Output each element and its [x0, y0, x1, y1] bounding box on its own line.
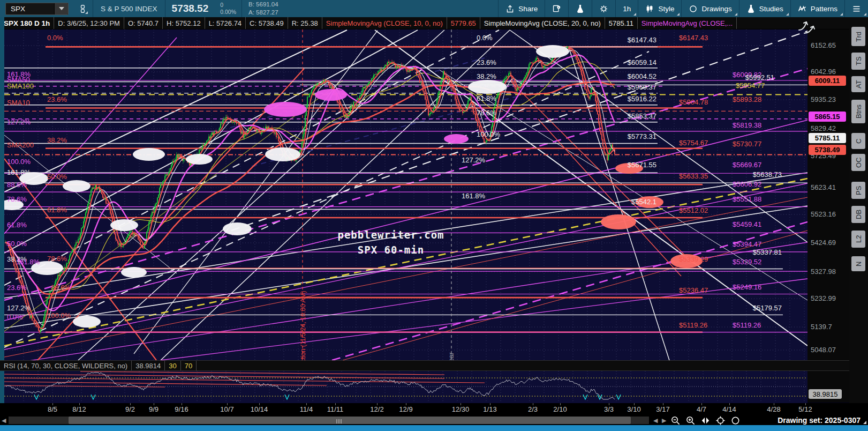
pan-left-icon[interactable]: ◀ [653, 417, 658, 424]
main-chart-pane[interactable] [4, 29, 807, 360]
date-label: 12/30 [452, 405, 470, 413]
studies-button[interactable]: Studies [739, 0, 790, 17]
date-label: 11/11 [327, 405, 344, 413]
fit-width-icon[interactable] [700, 415, 711, 426]
ohlc-high: H: 5752.12 [163, 17, 205, 29]
date-axis[interactable]: 8/58/129/29/99/1610/710/1411/411/1112/21… [0, 403, 868, 415]
sidebar-tab-at[interactable]: AT [851, 76, 865, 92]
sidebar-tab-oc[interactable]: OC [851, 154, 865, 171]
rsi-study-label[interactable]: RSI (14, 70, 30, CLOSE, WILDERS, no) [0, 361, 132, 370]
price-tick: 5623.41 [811, 183, 836, 191]
scrollbar-grip [336, 419, 337, 423]
scrollbar-thumb[interactable] [69, 417, 631, 424]
sidebar-tab-l2[interactable]: L2 [851, 231, 865, 248]
sidebar-tab-btns[interactable]: Btns [851, 100, 865, 123]
circle-icon[interactable] [730, 415, 741, 426]
date-label: 4/7 [697, 405, 706, 413]
drawings-button[interactable]: Drawings [682, 0, 738, 17]
pan-right-icon[interactable]: ▶ [662, 417, 666, 424]
change-block: 0 0.00% [215, 2, 241, 16]
sidebar-tab-n[interactable]: N [851, 256, 865, 271]
date-label: 10/14 [251, 405, 268, 413]
chart-zoom-controls [670, 415, 741, 425]
price-tick: 6152.65 [811, 41, 836, 49]
bid-value: B: 5691.04 [248, 1, 278, 9]
resize-corner-icon[interactable] [863, 421, 866, 424]
symbol-input[interactable]: SPX [5, 3, 69, 15]
patterns-button[interactable]: Patterns [791, 0, 844, 17]
symbol-description: S & P 500 INDEX [93, 5, 165, 13]
scroll-left-icon[interactable]: ◀ [2, 417, 6, 424]
price-axis[interactable]: 6152.656042.965935.235829.425725.495623.… [807, 29, 849, 402]
circle-icon [689, 4, 698, 13]
toolbar-buttons: Share1hStyleDrawingsStudiesPatterns [498, 0, 868, 17]
rsi-pane[interactable] [4, 371, 807, 403]
rsi-study-header: RSI (14, 70, 30, CLOSE, WILDERS, no) 38.… [0, 360, 849, 371]
zoom-in-icon[interactable] [685, 415, 696, 426]
caret-corner-icon [864, 13, 866, 16]
date-label: 3/3 [604, 405, 614, 413]
share-button[interactable]: Share [499, 0, 545, 17]
study-label-2[interactable]: SimpleMovingAvg (CLOSE, 20, 0, no) [480, 17, 605, 29]
chevron-down-icon [59, 7, 64, 10]
rsi-overbought-level: 70 [181, 361, 197, 370]
caret-corner-icon [840, 13, 843, 16]
ask-value: A: 5827.27 [248, 9, 278, 17]
flask-icon [746, 4, 756, 13]
sidebar-tab-ps[interactable]: PS [851, 182, 865, 199]
gear-button[interactable] [592, 0, 615, 17]
price-tick: 5424.69 [811, 239, 836, 247]
price-tick: 6042.96 [811, 68, 836, 76]
caret-corner-icon [85, 11, 88, 14]
date-label: 8/12 [72, 405, 86, 413]
date-label: 2/10 [553, 405, 567, 413]
sidebar-tab-c[interactable]: C [851, 133, 865, 149]
zoom-out-icon[interactable] [670, 415, 681, 426]
button-label: Studies [759, 5, 783, 13]
rsi-value: 38.9814 [132, 361, 165, 370]
caret-corner-icon [786, 13, 789, 16]
1h-button[interactable]: 1h [616, 0, 638, 17]
symbol-link-icon[interactable] [76, 2, 89, 16]
crosshair-icon[interactable] [715, 415, 726, 426]
symbol-dropdown-button[interactable] [54, 3, 68, 14]
date-label: 4/14 [722, 405, 736, 413]
button-label: Style [658, 5, 674, 13]
flask-button[interactable] [569, 0, 592, 17]
price-tick: 5829.42 [811, 124, 836, 132]
style-button[interactable]: Style [638, 0, 681, 17]
sidebar-tab-db[interactable]: DB [851, 206, 865, 223]
study-label-3[interactable]: SimpleMovingAvg (CLOSE,... [638, 17, 737, 29]
chart-title: SPX 180 D 1h [0, 17, 54, 29]
scrollbar-grip [338, 419, 339, 423]
date-label: 5/12 [798, 405, 812, 413]
price-badge: 5738.49 [809, 145, 846, 155]
ohlc-low: L: 5726.74 [205, 17, 246, 29]
sidebar-tab-trd[interactable]: Trd [851, 27, 865, 46]
button-label: Patterns [811, 5, 837, 13]
drawings-visibility-icon[interactable] [797, 19, 817, 35]
gear-icon [599, 4, 608, 13]
date-label: 9/9 [149, 405, 158, 413]
drawing-set-label[interactable]: Drawing set: 2025-0307 [778, 416, 861, 425]
chart-datetime: D: 3/6/25, 12:30 PM [54, 17, 124, 29]
menu-icon [852, 4, 861, 13]
menu-button[interactable] [845, 0, 868, 17]
price-tick: 5935.23 [811, 95, 836, 103]
caret-corner-icon [633, 13, 636, 16]
flag-note-icon [552, 4, 561, 13]
rsi-oversold-level: 30 [165, 361, 180, 370]
share-icon [505, 4, 515, 13]
price-badge: 5785.11 [809, 133, 846, 143]
study-label-1[interactable]: SimpleMovingAvg (CLOSE, 10, 0, no) [322, 17, 447, 29]
ohlc-open: O: 5740.7 [124, 17, 163, 29]
date-label: 3/10 [627, 405, 640, 413]
flag-note-button[interactable] [545, 0, 568, 17]
sidebar-tab-ts[interactable]: TS [851, 53, 865, 70]
date-label: 1/13 [483, 405, 496, 413]
sidebar-tab-strip: TrdTSATBtnsCOCPSDBL2N [849, 17, 868, 426]
change-value: 0 [220, 2, 236, 9]
date-label: 3/17 [656, 405, 669, 413]
rsi-current-badge: 38.9815 [809, 389, 842, 399]
wpattern-icon [798, 4, 807, 13]
